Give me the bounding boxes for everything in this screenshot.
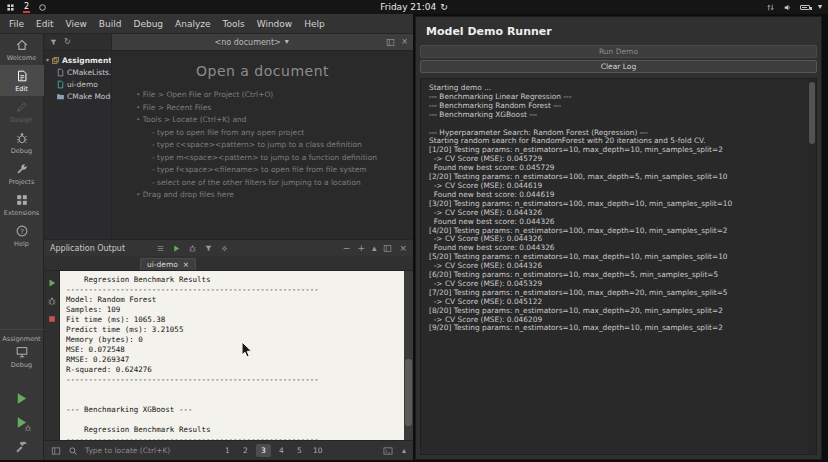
- hint-item: type c<space><pattern> to jump to a clas…: [136, 139, 413, 152]
- stop-icon[interactable]: [47, 314, 57, 324]
- mode-debug[interactable]: Debug: [0, 127, 44, 158]
- output-filter-icon[interactable]: [204, 244, 213, 253]
- monitor-icon: [14, 345, 30, 359]
- battery-icon[interactable]: [800, 5, 810, 10]
- open-a-document-title: Open a document: [112, 63, 413, 79]
- output-scrollbar-thumb[interactable]: [405, 359, 412, 427]
- output-scrollbar[interactable]: [404, 271, 413, 440]
- output-tab-ui-demo[interactable]: ui-demo ×: [140, 258, 196, 270]
- record-circle-icon[interactable]: [38, 3, 47, 12]
- pane-button-5[interactable]: 5: [292, 444, 307, 457]
- hint-item: File > Recent Files: [136, 102, 413, 115]
- menu-file[interactable]: File: [3, 17, 30, 31]
- pane-button-3[interactable]: 3: [256, 444, 271, 457]
- kit-selector[interactable]: Assignment Debug: [0, 329, 44, 369]
- mode-welcome[interactable]: Welcome: [0, 34, 44, 65]
- open-document-selector[interactable]: <no document> ▾: [215, 38, 289, 47]
- attach-debugger-icon[interactable]: [188, 244, 197, 253]
- output-controls-strip: [44, 271, 60, 440]
- tree-item-project[interactable]: ▾ Assignment: [44, 54, 111, 66]
- hint-item: type to open file from any open project: [136, 127, 413, 140]
- toggle-left-sidebar-icon[interactable]: [51, 446, 61, 456]
- detach-pane-icon[interactable]: [383, 244, 392, 253]
- menu-analyze[interactable]: Analyze: [169, 17, 216, 31]
- filter-icon[interactable]: [49, 38, 58, 47]
- terminal-icon[interactable]: [383, 446, 393, 456]
- word-wrap-icon[interactable]: [156, 244, 165, 253]
- pane-button-4[interactable]: 4: [274, 444, 289, 457]
- mode-projects[interactable]: Projects: [0, 158, 44, 189]
- tree-item-ui-demo[interactable]: ui-demo: [44, 78, 111, 90]
- tree-item-cmake-modules[interactable]: CMake Modules: [44, 90, 111, 102]
- window-title: Model Demo Runner: [416, 17, 821, 44]
- menu-debug[interactable]: Debug: [127, 17, 169, 31]
- clock[interactable]: Friday 21:04 ↻: [380, 0, 448, 14]
- refresh-icon: ↻: [440, 3, 448, 12]
- project-tree-toolbar: ↻: [44, 34, 112, 51]
- zoom-in-icon[interactable]: +: [357, 244, 365, 253]
- zoom-out-icon[interactable]: −: [343, 244, 351, 253]
- help-icon: [15, 224, 29, 238]
- expand-chevron-icon[interactable]: ▾: [46, 57, 49, 63]
- system-topbar: 2 Friday 21:04 ↻ ▾: [0, 0, 828, 14]
- output-settings-icon[interactable]: [220, 244, 229, 253]
- open-document-hints: File > Open File or Project (Ctrl+O) Fil…: [136, 89, 413, 202]
- hint-item: Drag and drop files here: [136, 189, 413, 202]
- pane-button-1[interactable]: 1: [220, 444, 235, 457]
- hint-item: type f<space><filename> to open file fro…: [136, 164, 413, 177]
- sync-icon[interactable]: ↻: [64, 38, 71, 46]
- log-scrollbar[interactable]: [808, 79, 816, 454]
- menu-view[interactable]: View: [60, 17, 93, 31]
- editor-toolbar-row: ↻ <no document> ▾ ×: [44, 34, 413, 51]
- pane-button-2[interactable]: 2: [238, 444, 253, 457]
- demo-log-text: Starting demo ... --- Benchmarking Linea…: [421, 79, 816, 338]
- expand-panel-chevron-icon[interactable]: ▴: [402, 447, 406, 455]
- maximize-pane-icon[interactable]: ▴: [372, 244, 377, 253]
- project-icon: [51, 56, 60, 65]
- split-editor-icon[interactable]: [386, 38, 395, 47]
- hint-item: Tools > Locate (Ctrl+K) and: [136, 114, 413, 127]
- menu-window[interactable]: Window: [251, 17, 299, 31]
- output-pane-title: Application Output: [50, 244, 125, 253]
- run-button[interactable]: [14, 391, 29, 406]
- close-pane-icon[interactable]: ×: [399, 244, 407, 253]
- folder-icon: [56, 92, 65, 101]
- run-demo-button[interactable]: Run Demo: [420, 45, 817, 58]
- demo-log-area: Starting demo ... --- Benchmarking Linea…: [420, 78, 817, 455]
- mode-extensions[interactable]: Extensions: [0, 189, 44, 220]
- target-file-icon: [56, 80, 65, 89]
- mode-design: Design: [0, 96, 44, 127]
- mode-help[interactable]: Help: [0, 220, 44, 251]
- system-menu-chevron-icon[interactable]: ▾: [818, 3, 822, 11]
- menu-tools[interactable]: Tools: [217, 17, 251, 31]
- workspace-indicator[interactable]: 2: [23, 2, 30, 13]
- build-button[interactable]: [14, 439, 29, 454]
- clock-text: Friday 21:04: [380, 2, 436, 12]
- volume-icon[interactable]: [783, 3, 792, 12]
- rerun-icon[interactable]: [172, 244, 181, 253]
- project-tree: ▾ Assignment CMakeLists.txt ui-demo: [44, 51, 112, 239]
- pane-button-10[interactable]: 10: [310, 444, 326, 457]
- editor-placeholder: Open a document File > Open File or Proj…: [112, 51, 413, 239]
- document-tab-bar: <no document> ▾ ×: [112, 34, 413, 51]
- brush-icon: [15, 100, 29, 114]
- menu-help[interactable]: Help: [298, 17, 331, 31]
- bug-icon: [15, 131, 29, 145]
- close-document-icon[interactable]: ×: [401, 38, 408, 46]
- app-menu-icon[interactable]: [6, 3, 15, 12]
- menu-build[interactable]: Build: [93, 17, 128, 31]
- statusbar: 1 2 3 4 5 10 ▴: [44, 440, 413, 460]
- log-scrollbar-thumb[interactable]: [809, 82, 815, 144]
- chevron-down-icon: ▾: [285, 38, 289, 46]
- mode-edit[interactable]: Edit: [0, 65, 44, 96]
- attach-bug-icon[interactable]: [47, 296, 57, 306]
- debug-run-button[interactable]: [14, 415, 29, 430]
- close-tab-icon[interactable]: ×: [183, 261, 189, 269]
- clear-log-button[interactable]: Clear Log: [420, 60, 817, 73]
- network-traffic-icon[interactable]: [766, 3, 775, 12]
- locator-input[interactable]: [85, 446, 189, 455]
- rerun-run-icon[interactable]: [47, 278, 57, 288]
- menu-edit[interactable]: Edit: [30, 17, 59, 31]
- wrench-icon: [15, 162, 29, 176]
- tree-item-cmakelists[interactable]: CMakeLists.txt: [44, 66, 111, 78]
